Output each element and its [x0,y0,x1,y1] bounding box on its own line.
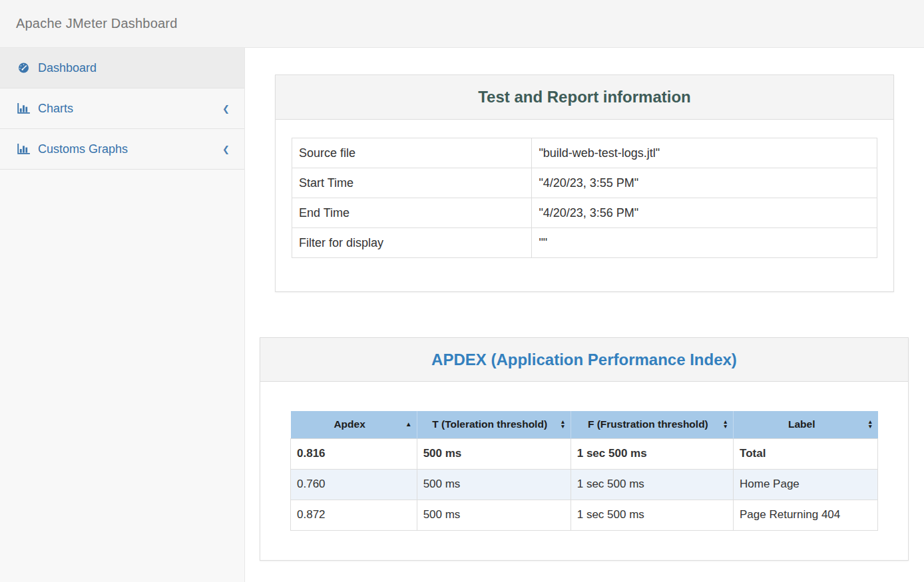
test-report-info-header: Test and Report information [276,75,893,120]
apdex-body: Apdex ▲ T (Toleration threshold) ▲ ▼ [260,382,908,531]
apdex-value-cell: 0.872 [291,500,417,530]
bar-chart-icon [17,103,33,114]
column-header-label[interactable]: Label ▲ ▼ [734,411,878,438]
toleration-cell: 500 ms [417,438,571,469]
info-row-label: Filter for display [292,228,532,258]
column-header-label: Apdex [334,418,365,430]
table-row: End Time "4/20/23, 3:56 PM" [292,198,877,228]
apdex-table: Apdex ▲ T (Toleration threshold) ▲ ▼ [290,411,878,531]
toleration-cell: 500 ms [417,469,571,500]
label-cell: Page Returning 404 [734,500,878,530]
sort-both-icon: ▲ ▼ [867,420,873,429]
sidebar-item-label: Dashboard [38,61,232,75]
table-row: Start Time "4/20/23, 3:55 PM" [292,168,877,198]
apdex-panel: APDEX (Application Performance Index) Ap… [260,337,909,561]
chevron-left-icon: ❮ [222,104,230,114]
sidebar-item-customs-graphs[interactable]: Customs Graphs ❮ [0,129,244,170]
column-header-apdex[interactable]: Apdex ▲ [291,411,417,438]
sort-both-icon: ▲ ▼ [560,420,565,429]
gauge-icon [17,62,33,74]
apdex-title: APDEX (Application Performance Index) [431,351,737,369]
sidebar: Dashboard Charts ❮ Customs Graphs ❮ [0,48,245,582]
frustration-cell: 1 sec 500 ms [571,469,733,500]
sort-both-icon: ▲ ▼ [723,420,728,429]
label-cell: Total [734,438,878,469]
test-report-info-table: Source file "build-web-test-logs.jtl" St… [292,138,877,258]
info-row-label: End Time [292,198,532,228]
sidebar-item-charts[interactable]: Charts ❮ [0,88,244,129]
info-row-value: "4/20/23, 3:56 PM" [532,198,877,228]
column-header-label: T (Toleration threshold) [432,418,547,430]
table-row: Source file "build-web-test-logs.jtl" [292,138,877,168]
column-header-frustration[interactable]: F (Frustration threshold) ▲ ▼ [571,411,733,438]
table-row: 0.816 500 ms 1 sec 500 ms Total [291,438,878,469]
info-row-value: "4/20/23, 3:55 PM" [532,168,877,198]
main-content: Test and Report information Source file … [246,49,924,582]
table-row: 0.872 500 ms 1 sec 500 ms Page Returning… [291,500,878,530]
info-row-value: "" [532,228,877,258]
table-row: Filter for display "" [292,228,877,258]
info-row-label: Source file [292,138,532,168]
test-report-info-body: Source file "build-web-test-logs.jtl" St… [276,120,893,276]
chevron-left-icon: ❮ [222,144,230,154]
info-row-value: "build-web-test-logs.jtl" [532,138,877,168]
apdex-header: APDEX (Application Performance Index) [260,338,908,382]
table-row: 0.760 500 ms 1 sec 500 ms Home Page [291,469,878,500]
column-header-label: Label [788,418,815,430]
test-report-info-panel: Test and Report information Source file … [275,74,894,292]
label-cell: Home Page [734,469,878,500]
frustration-cell: 1 sec 500 ms [571,438,733,469]
toleration-cell: 500 ms [417,500,571,530]
app-header: Apache JMeter Dashboard [0,0,924,48]
apdex-value-cell: 0.760 [291,469,417,500]
app-title: Apache JMeter Dashboard [16,16,178,31]
info-row-label: Start Time [292,168,532,198]
sidebar-item-label: Charts [38,102,222,116]
sidebar-item-label: Customs Graphs [38,142,222,156]
frustration-cell: 1 sec 500 ms [571,500,733,530]
test-report-info-title: Test and Report information [478,88,691,106]
column-header-label: F (Frustration threshold) [588,418,708,430]
sort-ascending-icon: ▲ [405,421,412,428]
column-header-toleration[interactable]: T (Toleration threshold) ▲ ▼ [417,411,571,438]
bar-chart-icon [17,144,33,154]
sidebar-item-dashboard[interactable]: Dashboard [0,48,244,88]
apdex-value-cell: 0.816 [291,438,417,469]
apdex-table-header-row: Apdex ▲ T (Toleration threshold) ▲ ▼ [291,411,878,438]
